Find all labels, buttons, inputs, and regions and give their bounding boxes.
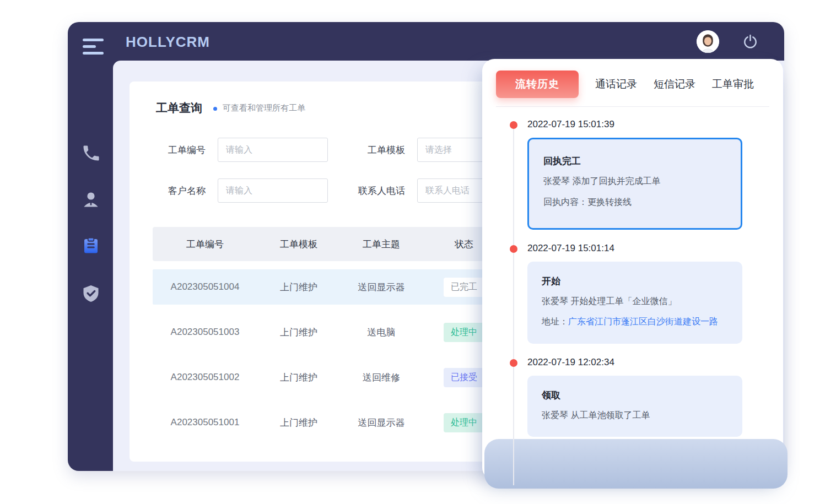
timeline-timestamp: 2022-07-19 15:01:14 (527, 243, 761, 254)
history-timeline: 2022-07-19 15:01:39 回执完工 张爱琴 添加了回执并完成工单回… (482, 119, 783, 437)
cell-subject: 送回维修 (340, 371, 423, 384)
timeline-entry: 2022-07-19 12:02:34 领取 张爱琴 从工单池领取了工单 (527, 357, 761, 437)
person-icon (81, 189, 101, 209)
column-header: 工单模板 (257, 238, 340, 251)
cell-order-id: A202305051004 (153, 281, 257, 292)
page-subtitle: 可查看和管理所有工单 (223, 103, 305, 113)
logout-power-icon[interactable] (742, 34, 758, 50)
tab-active[interactable]: 流转历史 (496, 71, 579, 98)
timeline-card-title: 开始 (542, 275, 728, 288)
filter-label: 工单模板 (340, 144, 405, 156)
status-badge: 已完工 (444, 278, 484, 297)
subtitle-dot (213, 107, 217, 111)
timeline-card[interactable]: 领取 张爱琴 从工单池领取了工单 (527, 376, 742, 437)
timeline-card-title: 领取 (542, 389, 728, 402)
sidebar-item-calls[interactable] (81, 143, 101, 163)
sidebar-item-workorders-active[interactable] (81, 236, 101, 256)
cell-subject: 送电脑 (340, 326, 423, 339)
hamburger-menu-icon[interactable] (83, 39, 104, 58)
column-header: 工单主题 (340, 238, 423, 251)
tabs-divider (496, 106, 769, 107)
timeline-dot-icon (510, 359, 517, 367)
avatar-image (697, 30, 719, 53)
shield-check-icon (81, 284, 101, 304)
status-badge: 已接受 (444, 368, 484, 387)
address-label: 地址： (542, 314, 568, 329)
table-row[interactable]: A202305051002 上门维护 送回维修 已接受 (153, 360, 505, 395)
table-header: 工单编号工单模板工单主题状态 (153, 227, 505, 261)
timeline-timestamp: 2022-07-19 12:02:34 (527, 357, 761, 368)
brand-logo: HOLLYCRM (126, 34, 210, 51)
sidebar-item-security[interactable] (81, 284, 101, 304)
cell-order-id: A202305051003 (153, 327, 257, 338)
timeline-entry: 2022-07-19 15:01:39 回执完工 张爱琴 添加了回执并完成工单回… (527, 119, 761, 230)
table-row[interactable]: A202305051003 上门维护 送电脑 处理中 (153, 315, 505, 350)
cell-template: 上门维护 (257, 281, 340, 294)
status-badge: 处理中 (444, 323, 484, 342)
cell-order-id: A202305051001 (153, 417, 257, 428)
status-badge: 处理中 (444, 413, 484, 432)
filter-input[interactable] (218, 138, 328, 162)
timeline-card[interactable]: 回执完工 张爱琴 添加了回执并完成工单回执内容：更换转接线 (527, 138, 742, 230)
filter-label: 工单编号 (156, 144, 206, 156)
timeline-dot-icon (510, 121, 517, 129)
filter-input[interactable] (218, 178, 328, 203)
cell-template: 上门维护 (257, 416, 340, 429)
tab-inactive[interactable]: 短信记录 (654, 77, 695, 91)
detail-panel: 流转历史通话记录短信记录工单审批 2022-07-19 15:01:39 回执完… (482, 59, 783, 480)
clipboard-icon (81, 236, 101, 256)
cell-order-id: A202305051002 (153, 372, 257, 383)
tab-inactive[interactable]: 通话记录 (595, 77, 637, 91)
filter-label: 联系人电话 (340, 185, 405, 197)
timeline-card-title: 回执完工 (543, 155, 726, 167)
cell-template: 上门维护 (257, 371, 340, 384)
user-avatar[interactable] (697, 30, 719, 53)
timeline-dot-icon (510, 245, 517, 253)
timeline-card-line: 张爱琴 添加了回执并完成工单 (543, 175, 726, 188)
cell-subject: 送回显示器 (340, 416, 423, 429)
page-title: 工单查询 (156, 100, 202, 116)
sidebar-item-customers[interactable] (81, 189, 101, 209)
timeline-card-line: 张爱琴 从工单池领取了工单 (542, 409, 728, 422)
cell-template: 上门维护 (257, 326, 340, 339)
column-header: 工单编号 (153, 238, 257, 251)
table-row[interactable]: A202305051001 上门维护 送回显示器 处理中 (153, 405, 505, 440)
cell-subject: 送回显示器 (340, 281, 423, 294)
table-row[interactable]: A202305051004 上门维护 送回显示器 已完工 (153, 269, 505, 305)
timeline-card-line: 回执内容：更换转接线 (543, 196, 726, 209)
timeline-card[interactable]: 开始 张爱琴 开始处理工单「企业微信」地址：广东省江门市蓬江区白沙街道建设一路 (527, 262, 742, 344)
timeline-timestamp: 2022-07-19 15:01:39 (527, 119, 761, 130)
timeline-card-line: 张爱琴 开始处理工单「企业微信」 (542, 295, 728, 308)
tab-inactive[interactable]: 工单审批 (712, 77, 754, 91)
filter-label: 客户名称 (156, 185, 206, 197)
address-link[interactable]: 广东省江门市蓬江区白沙街道建设一路 (568, 314, 728, 329)
phone-icon (81, 143, 101, 163)
panel-tabs: 流转历史通话记录短信记录工单审批 (482, 59, 783, 98)
workorder-table: 工单编号工单模板工单主题状态 A202305051004 上门维护 送回显示器 … (153, 227, 505, 440)
timeline-entry: 2022-07-19 15:01:14 开始 张爱琴 开始处理工单「企业微信」地… (527, 243, 761, 344)
